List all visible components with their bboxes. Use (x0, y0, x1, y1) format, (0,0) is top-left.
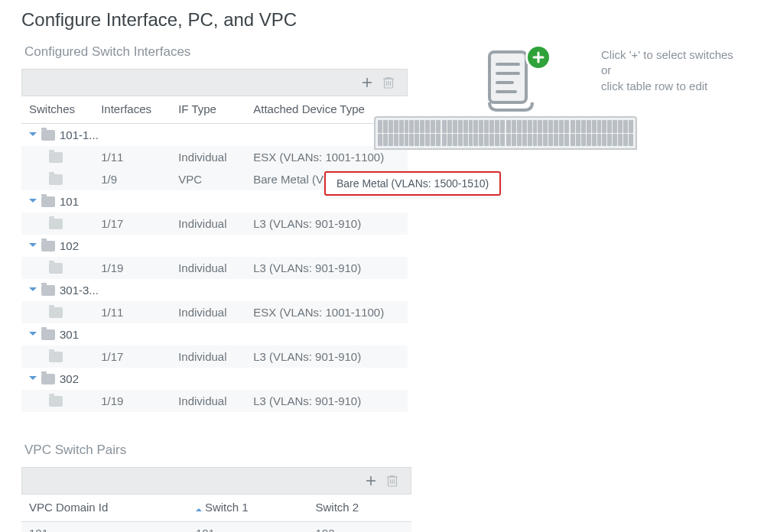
hint-line2: click table row to edit (601, 79, 707, 92)
chevron-down-icon[interactable] (29, 198, 37, 206)
table-row[interactable]: 1/11IndividualESX (VLANs: 1001-1100) (21, 301, 408, 323)
vpc-toolbar (21, 467, 411, 495)
plus-icon (532, 50, 545, 64)
cell-iftype: Individual (171, 212, 245, 235)
plus-icon (364, 474, 378, 488)
group-label: 302 (60, 372, 79, 385)
folder-icon (49, 174, 63, 185)
trash-icon (382, 76, 395, 89)
add-vpc-button[interactable] (360, 470, 382, 491)
chevron-down-icon[interactable] (29, 242, 37, 250)
cell-iftype: Individual (171, 301, 245, 323)
add-interface-button[interactable] (356, 72, 378, 93)
cell-interfaces: 1/17 (93, 212, 171, 235)
trash-icon (386, 474, 398, 488)
section-title-vpc: VPC Switch Pairs (24, 443, 411, 458)
folder-icon (41, 130, 55, 141)
table-row[interactable]: 1/19IndividualL3 (VLANs: 901-910) (21, 257, 408, 279)
table-row[interactable]: 1/17IndividualL3 (VLANs: 901-910) (21, 345, 408, 368)
group-label: 101-1... (60, 128, 99, 141)
sort-asc-icon (196, 505, 202, 511)
group-label: 102 (60, 239, 79, 252)
table-row[interactable]: 101-1... (21, 124, 408, 147)
col-switch2[interactable]: Switch 2 (308, 495, 411, 522)
col-switch1-label: Switch 1 (205, 501, 249, 514)
table-row[interactable]: 301 (21, 323, 408, 345)
cell-interfaces: 1/11 (93, 301, 171, 323)
col-domain[interactable]: VPC Domain Id (21, 495, 188, 522)
hint-line1: Click '+' to select switches or (601, 48, 733, 76)
col-interfaces[interactable]: Interfaces (93, 96, 171, 124)
cell-attached: L3 (VLANs: 901-910) (245, 257, 408, 279)
delete-interface-button[interactable] (378, 72, 399, 93)
folder-icon (41, 196, 55, 207)
cell-iftype: Individual (171, 390, 245, 412)
svg-rect-7 (489, 52, 526, 102)
cell-switch1: 101 (188, 522, 308, 533)
table-row[interactable]: 1/17IndividualL3 (VLANs: 901-910) (21, 212, 408, 235)
col-switch1[interactable]: Switch 1 (188, 495, 308, 522)
table-row[interactable]: 1/11IndividualESX (VLANs: 1001-1100) (21, 146, 408, 168)
col-iftype[interactable]: IF Type (171, 96, 245, 124)
group-label: 301-3... (60, 284, 99, 297)
cell-domain: 101 (21, 522, 188, 533)
cell-interfaces: 1/17 (93, 345, 171, 368)
cell-attached: L3 (VLANs: 901-910) (245, 212, 408, 235)
table-row[interactable]: 102 (21, 235, 408, 257)
group-label: 101 (60, 195, 79, 208)
cell-attached: ESX (VLANs: 1001-1100) (245, 301, 408, 323)
chevron-down-icon[interactable] (29, 287, 37, 294)
cell-iftype: VPC (171, 168, 245, 190)
chevron-down-icon[interactable] (29, 375, 37, 383)
folder-icon (49, 219, 63, 229)
cell-switch2: 102 (308, 522, 411, 533)
cell-interfaces: 1/19 (93, 257, 171, 279)
table-row[interactable]: 1/19IndividualL3 (VLANs: 901-910) (21, 390, 408, 412)
table-row[interactable]: 301-3... (21, 279, 408, 301)
folder-icon (49, 396, 63, 407)
interfaces-toolbar (21, 69, 408, 96)
delete-vpc-button[interactable] (382, 470, 403, 491)
col-switches[interactable]: Switches (21, 96, 93, 124)
page-title: Configure Interface, PC, and VPC (21, 9, 743, 31)
folder-icon (49, 307, 63, 318)
attached-device-tooltip: Bare Metal (VLANs: 1500-1510) (324, 171, 501, 196)
cell-iftype: Individual (171, 257, 245, 279)
cell-interfaces: 1/9 (93, 168, 171, 190)
cell-attached: L3 (VLANs: 901-910) (245, 345, 408, 368)
cell-attached: L3 (VLANs: 901-910) (245, 390, 408, 412)
section-title-interfaces: Configured Switch Interfaces (24, 44, 408, 60)
folder-icon (49, 152, 63, 163)
switch-hardware-icon (374, 116, 637, 150)
folder-icon (41, 241, 55, 251)
folder-icon (41, 329, 55, 340)
cell-iftype: Individual (171, 345, 245, 368)
hint-text: Click '+' to select switches or click ta… (601, 47, 743, 94)
cell-interfaces: 1/11 (93, 146, 171, 168)
folder-icon (41, 285, 55, 296)
interfaces-table: Switches Interfaces IF Type Attached Dev… (21, 96, 408, 412)
table-row[interactable]: 302 (21, 368, 408, 390)
switch-diagram (426, 47, 590, 150)
cell-interfaces: 1/19 (93, 390, 171, 412)
group-label: 301 (60, 328, 79, 341)
folder-icon (49, 352, 63, 362)
diagram-plus-badge[interactable] (525, 44, 551, 70)
cell-iftype: Individual (171, 146, 245, 168)
vpc-table: VPC Domain Id Switch 1 Switch 2 101 101 … (21, 495, 411, 532)
plus-icon (360, 76, 374, 89)
chevron-down-icon[interactable] (29, 131, 37, 139)
chevron-down-icon[interactable] (29, 331, 37, 339)
folder-icon (49, 263, 63, 274)
folder-icon (41, 374, 55, 384)
table-row[interactable]: 101 101 102 (21, 522, 411, 533)
